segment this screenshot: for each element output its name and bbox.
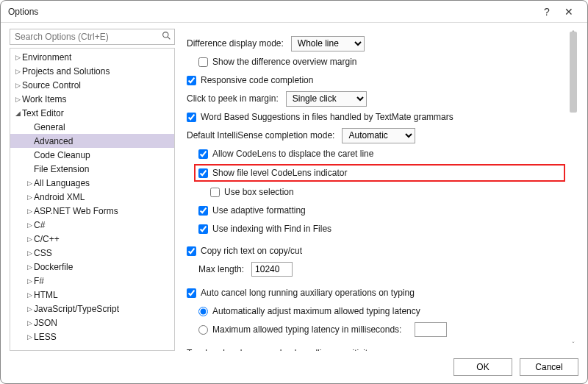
latency-ms-label: Maximum allowed typing latency in millis… (212, 324, 401, 335)
tree-twisty-icon[interactable]: ▷ (25, 319, 34, 327)
diff-mode-select[interactable]: Whole line (291, 36, 365, 51)
tree-twisty-icon[interactable]: ◢ (13, 110, 22, 117)
tree-item-environment[interactable]: ▷Environment (10, 50, 174, 64)
scrollbar-thumb[interactable] (570, 32, 577, 113)
allow-codelens-checkbox[interactable] (198, 149, 208, 159)
auto-cancel-label: Auto cancel long running auxiliary opera… (201, 288, 415, 298)
copy-rich-text-checkbox[interactable] (187, 246, 196, 256)
use-indexing-fif-checkbox[interactable] (198, 224, 208, 234)
tree-twisty-icon[interactable]: ▷ (13, 82, 22, 89)
tree-twisty-icon[interactable]: ▷ (25, 277, 34, 285)
latency-ms-radio[interactable] (198, 325, 208, 335)
tree-item-label: ASP.NET Web Forms (34, 206, 118, 216)
tree-item-f-[interactable]: ▷F# (10, 274, 174, 288)
tree-item-text-editor[interactable]: ◢Text Editor (10, 106, 174, 120)
tree-item-label: C/C++ (34, 234, 60, 244)
tree-item-asp-net-web-forms[interactable]: ▷ASP.NET Web Forms (10, 204, 174, 218)
close-button[interactable]: ✕ (558, 6, 580, 18)
responsive-cc-checkbox[interactable] (187, 76, 196, 85)
tree-item-label: C# (34, 220, 45, 230)
latency-auto-radio[interactable] (198, 307, 208, 316)
sidebar: ▷Environment▷Projects and Solutions▷Sour… (10, 29, 175, 351)
tree-item-label: Code Cleanup (34, 150, 90, 160)
click-peek-select[interactable]: Single click (286, 91, 367, 107)
show-diff-overview-checkbox[interactable] (198, 57, 208, 67)
tree-item-label: JSON (34, 318, 57, 328)
window-title: Options (8, 7, 536, 17)
max-length-input[interactable] (251, 262, 293, 277)
search-input[interactable] (13, 31, 162, 43)
latency-ms-input[interactable] (415, 322, 447, 337)
tree-item-label: Work Items (22, 94, 66, 104)
tree-twisty-icon[interactable]: ▷ (25, 221, 34, 229)
tree-item-label: LESS (34, 332, 57, 342)
dialog-buttons: OK Cancel (10, 351, 578, 376)
tree-twisty-icon[interactable]: ▷ (25, 263, 34, 271)
tree-twisty-icon[interactable]: ▷ (25, 291, 34, 299)
tree-item-javascript-typescript[interactable]: ▷JavaScript/TypeScript (10, 302, 174, 316)
help-button[interactable]: ? (536, 6, 558, 18)
show-file-codelens-label: Show file level CodeLens indicator (212, 168, 347, 178)
tree-item-html[interactable]: ▷HTML (10, 288, 174, 302)
tree-item-source-control[interactable]: ▷Source Control (10, 78, 174, 92)
tree-twisty-icon[interactable]: ▷ (25, 193, 34, 201)
tree-item-c-[interactable]: ▷C# (10, 218, 174, 232)
use-box-selection-checkbox[interactable] (210, 188, 220, 197)
panel-scrollbar[interactable]: ˆ ˇ (570, 32, 577, 348)
tree-twisty-icon[interactable]: ▷ (25, 333, 34, 341)
tree-item-json[interactable]: ▷JSON (10, 316, 174, 330)
tree-item-general[interactable]: General (10, 120, 174, 134)
search-box[interactable] (10, 29, 175, 45)
use-indexing-fif-label: Use indexing with Find in Files (212, 224, 331, 234)
tree-twisty-icon[interactable]: ▷ (13, 54, 22, 61)
tree-twisty-icon[interactable]: ▷ (25, 235, 34, 243)
tree-item-label: File Extension (34, 164, 89, 174)
word-based-checkbox[interactable] (187, 113, 196, 122)
diff-mode-label: Difference display mode: (187, 38, 284, 49)
tree-twisty-icon[interactable]: ▷ (13, 68, 22, 75)
svg-line-1 (168, 37, 170, 39)
word-based-label: Word Based Suggestions in files handled … (201, 112, 453, 122)
tree-item-all-languages[interactable]: ▷All Languages (10, 176, 174, 190)
copy-rich-text-label: Copy rich text on copy/cut (201, 246, 302, 256)
tree-item-dockerfile[interactable]: ▷Dockerfile (10, 260, 174, 274)
click-peek-label: Click to peek in margin: (187, 93, 279, 104)
max-length-label: Max length: (198, 264, 244, 274)
nav-tree: ▷Environment▷Projects and Solutions▷Sour… (10, 48, 175, 351)
intellisense-select[interactable]: Automatic (342, 128, 415, 143)
tree-twisty-icon[interactable]: ▷ (25, 179, 34, 187)
tree-item-c-c-[interactable]: ▷C/C++ (10, 232, 174, 246)
tree-twisty-icon[interactable]: ▷ (25, 249, 34, 257)
tree-item-advanced[interactable]: Advanced (10, 134, 174, 148)
tree-item-projects-and-solutions[interactable]: ▷Projects and Solutions (10, 64, 174, 78)
svg-point-0 (163, 32, 168, 38)
tree-twisty-icon[interactable]: ▷ (13, 96, 22, 103)
tree-item-code-cleanup[interactable]: Code Cleanup (10, 148, 174, 162)
tree-item-label: Advanced (34, 136, 73, 146)
tree-item-label: JavaScript/TypeScript (34, 304, 119, 314)
tree-item-work-items[interactable]: ▷Work Items (10, 92, 174, 106)
search-icon (162, 31, 171, 43)
tree-item-less[interactable]: ▷LESS (10, 330, 174, 344)
settings-scroll[interactable]: Difference display mode: Whole line Show… (185, 29, 578, 351)
tree-item-label: All Languages (34, 178, 90, 188)
nav-tree-scroll[interactable]: ▷Environment▷Projects and Solutions▷Sour… (10, 49, 174, 350)
ok-button[interactable]: OK (453, 358, 512, 376)
use-adaptive-fmt-checkbox[interactable] (198, 206, 208, 216)
tree-item-android-xml[interactable]: ▷Android XML (10, 190, 174, 204)
intellisense-label: Default IntelliSense completion mode: (187, 130, 334, 141)
tree-twisty-icon[interactable]: ▷ (25, 305, 34, 313)
use-box-selection-label: Use box selection (224, 187, 294, 197)
show-diff-overview-label: Show the difference overview margin (212, 57, 357, 67)
scroll-down-icon[interactable]: ˇ (570, 341, 577, 349)
tree-twisty-icon[interactable]: ▷ (25, 207, 34, 215)
auto-cancel-checkbox[interactable] (187, 288, 196, 298)
titlebar: Options ? ✕ (1, 1, 587, 23)
use-adaptive-fmt-label: Use adaptive formatting (212, 205, 306, 216)
tree-item-file-extension[interactable]: File Extension (10, 162, 174, 176)
tree-item-css[interactable]: ▷CSS (10, 246, 174, 260)
tree-item-label: Text Editor (22, 108, 64, 118)
highlighted-option: Show file level CodeLens indicator (194, 164, 565, 182)
cancel-button[interactable]: Cancel (520, 358, 578, 376)
show-file-codelens-checkbox[interactable] (198, 168, 208, 178)
